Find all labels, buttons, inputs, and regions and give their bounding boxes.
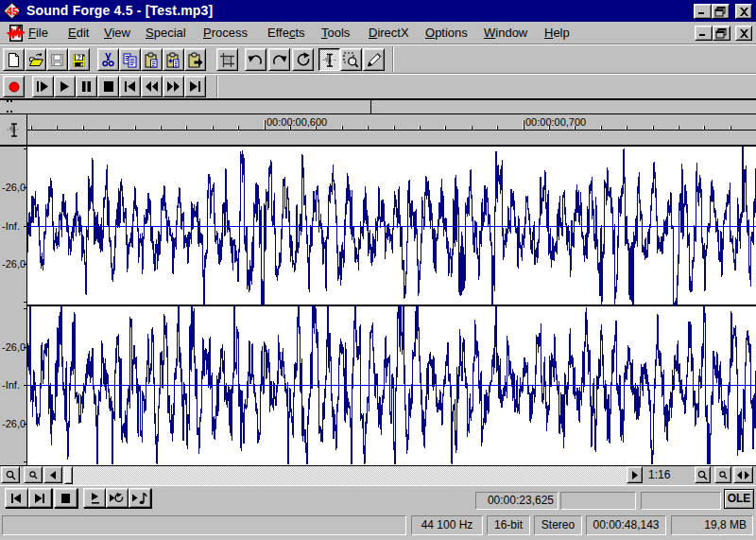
svg-text:?: ?: [77, 53, 81, 61]
svg-text:45: 45: [7, 6, 18, 17]
